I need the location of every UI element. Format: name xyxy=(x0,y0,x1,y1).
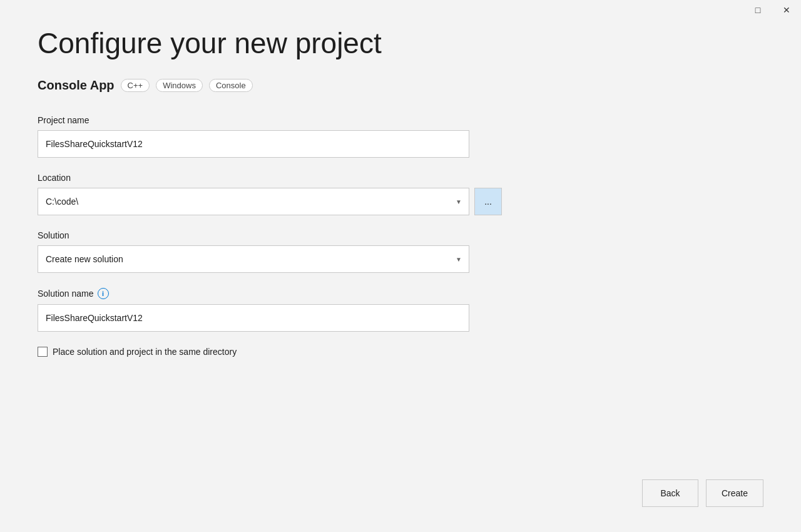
tag-cpp: C++ xyxy=(121,79,150,92)
location-label: Location xyxy=(38,173,763,183)
solution-name-group: Solution name i xyxy=(38,288,763,332)
location-row: C:\code\ ▼ ... xyxy=(38,188,763,215)
solution-select-wrapper: Create new solution Add to solution ▼ xyxy=(38,245,469,273)
browse-button[interactable]: ... xyxy=(474,188,502,215)
same-directory-checkbox[interactable] xyxy=(38,347,48,357)
maximize-button[interactable]: □ xyxy=(743,0,772,20)
tag-windows: Windows xyxy=(156,79,203,92)
title-bar: □ ✕ xyxy=(743,0,801,20)
location-group: Location C:\code\ ▼ ... xyxy=(38,173,763,215)
solution-select[interactable]: Create new solution Add to solution xyxy=(38,245,469,273)
main-content: Configure your new project Console App C… xyxy=(0,0,801,532)
solution-group: Solution Create new solution Add to solu… xyxy=(38,230,763,273)
project-name-label: Project name xyxy=(38,115,763,125)
location-select-wrapper: C:\code\ ▼ xyxy=(38,188,469,215)
solution-name-label-row: Solution name i xyxy=(38,288,763,299)
solution-label: Solution xyxy=(38,230,763,240)
close-button[interactable]: ✕ xyxy=(772,0,801,20)
page-title: Configure your new project xyxy=(38,28,763,59)
solution-name-label: Solution name xyxy=(38,289,94,299)
same-directory-row: Place solution and project in the same d… xyxy=(38,347,763,357)
subtitle-row: Console App C++ Windows Console xyxy=(38,78,763,93)
same-directory-label[interactable]: Place solution and project in the same d… xyxy=(53,347,237,357)
project-type-label: Console App xyxy=(38,78,115,93)
location-select[interactable]: C:\code\ xyxy=(38,188,469,215)
project-name-input[interactable] xyxy=(38,130,469,158)
back-button[interactable]: Back xyxy=(642,479,698,507)
footer-buttons: Back Create xyxy=(642,479,763,507)
project-name-group: Project name xyxy=(38,115,763,158)
create-button[interactable]: Create xyxy=(706,479,763,507)
solution-name-info-icon[interactable]: i xyxy=(98,288,109,299)
tag-console: Console xyxy=(209,79,253,92)
solution-name-input[interactable] xyxy=(38,304,469,332)
